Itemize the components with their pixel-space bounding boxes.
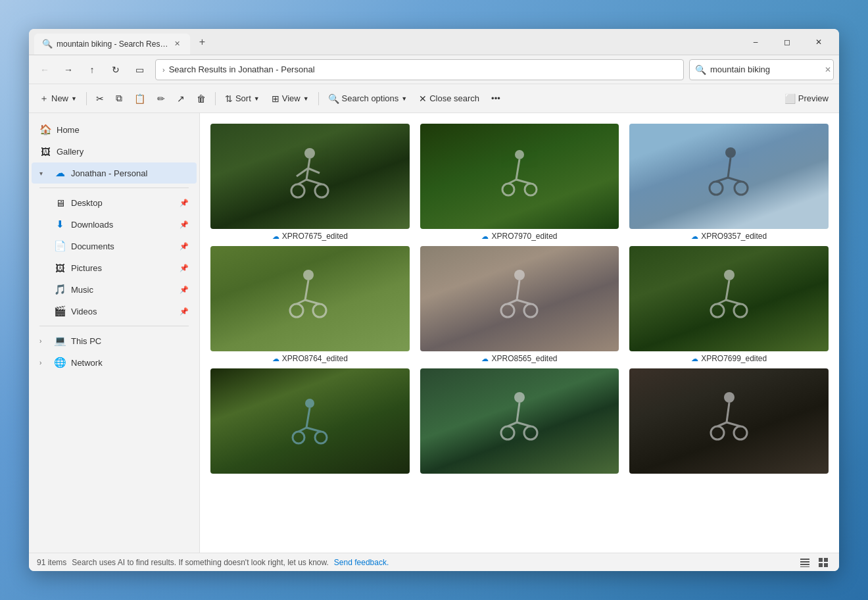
svg-line-42 [299,428,306,432]
rename-button[interactable]: ✏ [152,88,170,109]
up-button[interactable]: ↑ [82,59,103,80]
address-bar-row: ← → ↑ ↻ ▭ › Search Results in Jonathan -… [29,55,839,84]
onedrive-icon: ☁ [54,167,66,179]
sidebar-item-music-label: Music [71,285,93,295]
file-label-6: ☁ XPRO7699_edited [691,354,767,363]
pin-icon-documents: 📌 [180,242,189,251]
address-box[interactable]: › Search Results in Jonathan - Personal [155,59,684,80]
forward-button[interactable]: → [58,59,79,80]
sidebar-item-videos[interactable]: 🎬 Videos 📌 [32,301,197,322]
paste-button[interactable]: 📋 [129,88,151,109]
file-item-8[interactable] [420,368,619,476]
svg-point-35 [734,304,747,317]
search-input[interactable] [710,64,821,74]
active-tab[interactable]: 🔍 mountain biking - Search Res… ✕ [34,34,190,55]
svg-point-11 [525,184,537,195]
minimize-button[interactable]: – [740,32,771,53]
preview-icon: ⬜ [784,93,796,104]
new-tab-button[interactable]: + [193,33,211,51]
sidebar-item-documents[interactable]: 📄 Documents 📌 [32,236,197,257]
grid-view-button[interactable] [815,555,831,570]
file-item-6[interactable]: ☁ XPRO7699_edited [629,246,829,363]
svg-point-5 [315,184,328,197]
new-button[interactable]: ＋ New ▼ [34,88,82,109]
file-label-1: ☁ XPRO7675_edited [272,232,348,241]
sidebar-item-gallery[interactable]: 🖼 Gallery [32,141,197,162]
cloud-icon-4: ☁ [272,355,279,363]
copy-icon: ⧉ [116,93,122,104]
sidebar-item-downloads[interactable]: ⬇ Downloads 📌 [32,214,197,235]
this-pc-expand-icon: › [39,338,49,345]
preview-button[interactable]: ⬜ Preview [779,88,834,109]
svg-line-31 [517,300,531,304]
file-item-3[interactable]: ☁ XPRO9357_edited [629,124,829,241]
search-options-button[interactable]: 🔍 Search options ▼ [323,88,413,109]
desktop-icon: 🖥 [54,197,66,209]
svg-line-3 [308,168,320,173]
svg-point-10 [502,184,514,195]
cut-button[interactable]: ✂ [91,88,109,109]
display-mode-button[interactable]: ▭ [129,59,150,80]
list-view-button[interactable] [797,555,813,570]
sort-button[interactable]: ⇅ Sort ▼ [220,88,265,109]
home-icon: 🏠 [39,124,51,136]
copy-button[interactable]: ⧉ [110,88,128,109]
svg-line-48 [508,422,517,426]
file-item-1[interactable]: ☁ XPRO7675_edited [210,124,410,241]
file-item-7[interactable] [210,368,410,476]
sidebar-item-jonathan-personal[interactable]: ▾ ☁ Jonathan - Personal [32,162,197,184]
more-options-button[interactable]: ••• [486,88,506,109]
file-item-4[interactable]: ☁ XPRO8764_edited [210,246,410,363]
maximize-button[interactable]: ◻ [772,32,802,53]
svg-line-43 [306,428,321,432]
view-dropdown-icon: ▼ [303,95,309,102]
cyclist-overlay-1 [210,124,410,229]
sidebar-divider-1 [39,188,189,188]
content-area: 🏠 Home 🖼 Gallery ▾ ☁ Jonathan - Personal… [29,113,839,553]
back-button[interactable]: ← [34,59,55,80]
cloud-icon-6: ☁ [691,355,698,363]
tab-label: mountain biking - Search Res… [57,39,168,49]
sidebar-item-music[interactable]: 🎵 Music 📌 [32,279,197,300]
file-thumbnail-8 [420,368,619,474]
search-box[interactable]: 🔍 ✕ [689,59,834,80]
sidebar-item-network[interactable]: › 🌐 Network [32,352,197,373]
music-icon: 🎵 [54,284,66,295]
refresh-button[interactable]: ↻ [105,59,126,80]
toolbar-separator-3 [318,92,319,105]
search-clear-icon[interactable]: ✕ [825,65,831,74]
svg-line-39 [306,408,310,428]
view-button[interactable]: ⊞ View ▼ [266,88,314,109]
close-button[interactable]: ✕ [804,32,834,53]
svg-line-37 [726,300,740,304]
close-search-button[interactable]: ✕ Close search [414,88,485,109]
file-item-9[interactable] [629,368,829,476]
delete-button[interactable]: 🗑 [191,88,211,109]
sidebar-item-pictures[interactable]: 🖼 Pictures 📌 [32,257,197,278]
tab-close-button[interactable]: ✕ [172,39,182,49]
svg-rect-62 [819,563,823,567]
rename-icon: ✏ [157,93,165,104]
svg-rect-57 [800,561,809,562]
svg-rect-56 [800,559,809,560]
new-dropdown-icon: ▼ [71,95,77,102]
sidebar-item-desktop[interactable]: 🖥 Desktop 📌 [32,192,197,213]
file-name-1: XPRO7675_edited [282,232,348,241]
svg-line-51 [727,403,729,422]
feedback-link[interactable]: Send feedback. [334,558,389,567]
svg-rect-61 [824,558,828,562]
file-item-2[interactable]: ☁ XPRO7970_edited [420,124,619,241]
share-button[interactable]: ↗ [172,88,190,109]
file-label-3: ☁ XPRO9357_edited [691,232,767,241]
search-box-icon: 🔍 [695,64,706,75]
svg-point-53 [734,426,747,439]
svg-point-14 [725,147,736,158]
sidebar-item-this-pc[interactable]: › 💻 This PC [32,330,197,351]
file-row-2: ☁ XPRO8764_edited [210,246,829,363]
svg-point-20 [303,270,314,280]
file-item-5[interactable]: ☁ XPRO8565_edited [420,246,619,363]
sidebar-item-home[interactable]: 🏠 Home [32,119,197,140]
title-bar: 🔍 mountain biking - Search Res… ✕ + – ◻ … [29,29,839,55]
search-options-dropdown-icon: ▼ [401,95,407,102]
svg-point-29 [524,304,537,317]
